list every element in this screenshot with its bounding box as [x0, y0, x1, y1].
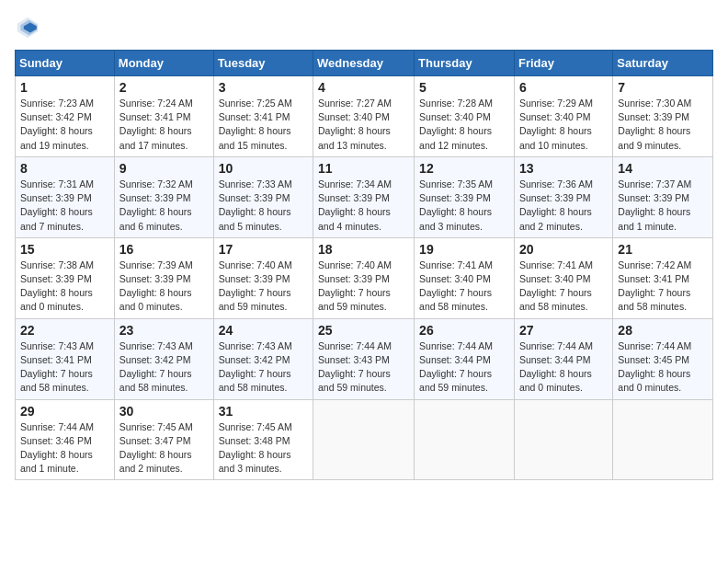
day-info: Sunrise: 7:23 AMSunset: 3:42 PMDaylight:…	[20, 97, 109, 153]
calendar-cell: 2 Sunrise: 7:24 AMSunset: 3:41 PMDayligh…	[114, 76, 213, 157]
day-number: 15	[20, 242, 109, 257]
day-number: 24	[219, 323, 308, 338]
calendar-cell: 12 Sunrise: 7:35 AMSunset: 3:39 PMDaylig…	[415, 156, 515, 237]
calendar-cell: 5 Sunrise: 7:28 AMSunset: 3:40 PMDayligh…	[415, 76, 515, 157]
calendar-cell: 24 Sunrise: 7:43 AMSunset: 3:42 PMDaylig…	[213, 318, 313, 399]
calendar-cell: 18 Sunrise: 7:40 AMSunset: 3:39 PMDaylig…	[313, 237, 415, 318]
calendar-cell: 30 Sunrise: 7:45 AMSunset: 3:47 PMDaylig…	[114, 399, 213, 480]
calendar-cell: 23 Sunrise: 7:43 AMSunset: 3:42 PMDaylig…	[114, 318, 213, 399]
day-number: 28	[618, 323, 708, 338]
day-number: 22	[20, 323, 109, 338]
day-info: Sunrise: 7:41 AMSunset: 3:40 PMDaylight:…	[419, 259, 509, 315]
day-number: 19	[419, 242, 509, 257]
day-number: 14	[618, 161, 708, 176]
day-info: Sunrise: 7:37 AMSunset: 3:39 PMDaylight:…	[618, 178, 708, 234]
day-info: Sunrise: 7:34 AMSunset: 3:39 PMDaylight:…	[318, 178, 409, 234]
day-info: Sunrise: 7:45 AMSunset: 3:48 PMDaylight:…	[219, 420, 308, 477]
day-info: Sunrise: 7:44 AMSunset: 3:44 PMDaylight:…	[419, 339, 509, 396]
calendar-cell: 15 Sunrise: 7:38 AMSunset: 3:39 PMDaylig…	[16, 237, 115, 318]
calendar-cell	[313, 399, 415, 480]
calendar-cell: 28 Sunrise: 7:44 AMSunset: 3:45 PMDaylig…	[613, 318, 713, 399]
calendar-cell: 11 Sunrise: 7:34 AMSunset: 3:39 PMDaylig…	[313, 156, 415, 237]
calendar-cell: 27 Sunrise: 7:44 AMSunset: 3:44 PMDaylig…	[514, 318, 612, 399]
calendar-table: SundayMondayTuesdayWednesdayThursdayFrid…	[15, 50, 713, 480]
day-info: Sunrise: 7:44 AMSunset: 3:46 PMDaylight:…	[20, 420, 109, 477]
day-info: Sunrise: 7:43 AMSunset: 3:42 PMDaylight:…	[119, 339, 209, 396]
calendar-cell: 4 Sunrise: 7:27 AMSunset: 3:40 PMDayligh…	[313, 76, 415, 157]
day-info: Sunrise: 7:44 AMSunset: 3:43 PMDaylight:…	[318, 339, 409, 396]
calendar-cell: 29 Sunrise: 7:44 AMSunset: 3:46 PMDaylig…	[16, 399, 115, 480]
calendar-cell: 3 Sunrise: 7:25 AMSunset: 3:41 PMDayligh…	[213, 76, 313, 157]
header-thursday: Thursday	[415, 51, 515, 76]
day-info: Sunrise: 7:32 AMSunset: 3:39 PMDaylight:…	[119, 178, 209, 234]
day-number: 13	[519, 161, 608, 176]
day-number: 25	[318, 323, 409, 338]
calendar-week-3: 15 Sunrise: 7:38 AMSunset: 3:39 PMDaylig…	[16, 237, 713, 318]
day-number: 29	[20, 404, 109, 419]
day-number: 10	[219, 161, 308, 176]
logo-icon	[15, 15, 40, 40]
calendar-cell: 1 Sunrise: 7:23 AMSunset: 3:42 PMDayligh…	[16, 76, 115, 157]
calendar-header-row: SundayMondayTuesdayWednesdayThursdayFrid…	[16, 51, 713, 76]
calendar-cell: 7 Sunrise: 7:30 AMSunset: 3:39 PMDayligh…	[613, 76, 713, 157]
calendar-cell: 20 Sunrise: 7:41 AMSunset: 3:40 PMDaylig…	[514, 237, 612, 318]
header-monday: Monday	[114, 51, 213, 76]
day-number: 2	[119, 80, 209, 95]
calendar-cell	[514, 399, 612, 480]
day-info: Sunrise: 7:33 AMSunset: 3:39 PMDaylight:…	[219, 178, 308, 234]
page-header	[15, 15, 713, 40]
day-number: 8	[20, 161, 109, 176]
day-number: 12	[419, 161, 509, 176]
day-number: 3	[219, 80, 308, 95]
day-info: Sunrise: 7:29 AMSunset: 3:40 PMDaylight:…	[519, 97, 608, 153]
logo	[15, 15, 44, 40]
day-number: 30	[119, 404, 209, 419]
day-number: 21	[618, 242, 708, 257]
calendar-week-4: 22 Sunrise: 7:43 AMSunset: 3:41 PMDaylig…	[16, 318, 713, 399]
day-info: Sunrise: 7:36 AMSunset: 3:39 PMDaylight:…	[519, 178, 608, 234]
day-number: 18	[318, 242, 409, 257]
day-number: 16	[119, 242, 209, 257]
calendar-cell	[613, 399, 713, 480]
calendar-week-1: 1 Sunrise: 7:23 AMSunset: 3:42 PMDayligh…	[16, 76, 713, 157]
day-info: Sunrise: 7:43 AMSunset: 3:42 PMDaylight:…	[219, 339, 308, 396]
calendar-cell: 9 Sunrise: 7:32 AMSunset: 3:39 PMDayligh…	[114, 156, 213, 237]
calendar-cell: 17 Sunrise: 7:40 AMSunset: 3:39 PMDaylig…	[213, 237, 313, 318]
calendar-body: 1 Sunrise: 7:23 AMSunset: 3:42 PMDayligh…	[16, 76, 713, 480]
day-number: 11	[318, 161, 409, 176]
day-info: Sunrise: 7:27 AMSunset: 3:40 PMDaylight:…	[318, 97, 409, 153]
header-sunday: Sunday	[16, 51, 115, 76]
calendar-cell: 26 Sunrise: 7:44 AMSunset: 3:44 PMDaylig…	[415, 318, 515, 399]
calendar-week-5: 29 Sunrise: 7:44 AMSunset: 3:46 PMDaylig…	[16, 399, 713, 480]
day-number: 20	[519, 242, 608, 257]
header-wednesday: Wednesday	[313, 51, 415, 76]
day-info: Sunrise: 7:30 AMSunset: 3:39 PMDaylight:…	[618, 97, 708, 153]
calendar-cell: 8 Sunrise: 7:31 AMSunset: 3:39 PMDayligh…	[16, 156, 115, 237]
day-number: 17	[219, 242, 308, 257]
day-info: Sunrise: 7:31 AMSunset: 3:39 PMDaylight:…	[20, 178, 109, 234]
day-info: Sunrise: 7:41 AMSunset: 3:40 PMDaylight:…	[519, 259, 608, 315]
day-info: Sunrise: 7:40 AMSunset: 3:39 PMDaylight:…	[219, 259, 308, 315]
day-info: Sunrise: 7:24 AMSunset: 3:41 PMDaylight:…	[119, 97, 209, 153]
day-number: 9	[119, 161, 209, 176]
calendar-cell	[415, 399, 515, 480]
day-number: 23	[119, 323, 209, 338]
header-saturday: Saturday	[613, 51, 713, 76]
day-info: Sunrise: 7:28 AMSunset: 3:40 PMDaylight:…	[419, 97, 509, 153]
day-info: Sunrise: 7:44 AMSunset: 3:44 PMDaylight:…	[519, 339, 608, 396]
day-number: 5	[419, 80, 509, 95]
calendar-cell: 16 Sunrise: 7:39 AMSunset: 3:39 PMDaylig…	[114, 237, 213, 318]
day-number: 1	[20, 80, 109, 95]
day-info: Sunrise: 7:45 AMSunset: 3:47 PMDaylight:…	[119, 420, 209, 477]
calendar-week-2: 8 Sunrise: 7:31 AMSunset: 3:39 PMDayligh…	[16, 156, 713, 237]
day-info: Sunrise: 7:39 AMSunset: 3:39 PMDaylight:…	[119, 259, 209, 315]
day-info: Sunrise: 7:25 AMSunset: 3:41 PMDaylight:…	[219, 97, 308, 153]
day-info: Sunrise: 7:44 AMSunset: 3:45 PMDaylight:…	[618, 339, 708, 396]
calendar-cell: 22 Sunrise: 7:43 AMSunset: 3:41 PMDaylig…	[16, 318, 115, 399]
calendar-cell: 6 Sunrise: 7:29 AMSunset: 3:40 PMDayligh…	[514, 76, 612, 157]
day-info: Sunrise: 7:38 AMSunset: 3:39 PMDaylight:…	[20, 259, 109, 315]
day-info: Sunrise: 7:43 AMSunset: 3:41 PMDaylight:…	[20, 339, 109, 396]
day-number: 7	[618, 80, 708, 95]
calendar-cell: 13 Sunrise: 7:36 AMSunset: 3:39 PMDaylig…	[514, 156, 612, 237]
day-number: 6	[519, 80, 608, 95]
